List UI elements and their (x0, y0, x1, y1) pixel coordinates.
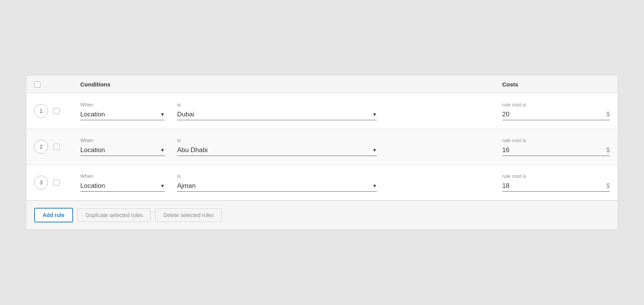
rule-cost-label: rule cost is (502, 102, 610, 108)
condition-type-arrow-icon: ▼ (160, 112, 165, 117)
condition-type-arrow-icon: ▼ (160, 183, 165, 189)
cost-value: 20 (502, 111, 603, 118)
rule-checkbox[interactable] (53, 108, 60, 114)
condition-type-value: Location (80, 111, 157, 118)
conditions-section: When Location ▼ is Abu Dhabi ▼ (80, 138, 502, 156)
costs-section: rule cost is 20 $ (502, 102, 610, 120)
conditions-section: When Location ▼ is Ajman ▼ (80, 173, 502, 192)
condition-value-select[interactable]: Ajman ▼ (177, 182, 377, 192)
rule-checkbox[interactable] (53, 179, 60, 186)
condition-type-value: Location (80, 182, 157, 190)
costs-section: rule cost is 16 $ (502, 138, 610, 156)
conditions-section: When Location ▼ is Dubai ▼ (80, 102, 502, 120)
is-label: is (177, 173, 377, 179)
table-header: Conditions Costs (27, 76, 617, 93)
duplicate-rules-button[interactable]: Duplicate selected rules (78, 208, 151, 222)
rule-number-area: 1 (34, 104, 80, 118)
when-field-group: When Location ▼ (80, 138, 165, 156)
header-checkbox-area (34, 81, 80, 88)
condition-value-select[interactable]: Dubai ▼ (177, 111, 377, 120)
footer-actions: Add rule Duplicate selected rules Delete… (27, 201, 617, 229)
costs-header: Costs (502, 81, 610, 88)
condition-value-text: Abu Dhabi (177, 146, 369, 154)
condition-type-select[interactable]: Location ▼ (80, 111, 165, 120)
when-field-group: When Location ▼ (80, 173, 165, 192)
rule-cost-label: rule cost is (502, 173, 610, 179)
is-label: is (177, 102, 377, 108)
rule-number: 1 (34, 104, 48, 118)
rule-number-area: 3 (34, 176, 80, 189)
table-row: 1 When Location ▼ is Dubai ▼ rule cost i… (27, 93, 617, 129)
when-label: When (80, 138, 165, 143)
cost-currency: $ (606, 147, 610, 154)
rule-cost-label: rule cost is (502, 138, 610, 143)
rule-checkbox[interactable] (53, 144, 60, 150)
rules-table: Conditions Costs 1 When Location ▼ is Du… (26, 75, 618, 230)
condition-value-text: Dubai (177, 111, 369, 118)
condition-type-select[interactable]: Location ▼ (80, 146, 165, 156)
when-label: When (80, 102, 165, 108)
conditions-header: Conditions (80, 81, 502, 88)
table-row: 2 When Location ▼ is Abu Dhabi ▼ rule co… (27, 129, 617, 165)
cost-currency: $ (606, 182, 610, 189)
is-label: is (177, 138, 377, 143)
add-rule-button[interactable]: Add rule (34, 208, 73, 222)
cost-input[interactable]: 18 $ (502, 182, 610, 192)
when-label: When (80, 173, 165, 179)
rule-number: 3 (34, 176, 48, 189)
condition-value-arrow-icon: ▼ (372, 183, 377, 189)
table-row: 3 When Location ▼ is Ajman ▼ rule cost i… (27, 165, 617, 201)
cost-input[interactable]: 16 $ (502, 146, 610, 156)
delete-rules-button[interactable]: Delete selected rules (155, 208, 222, 222)
rule-number: 2 (34, 140, 48, 154)
when-field-group: When Location ▼ (80, 102, 165, 120)
condition-type-value: Location (80, 146, 157, 154)
costs-section: rule cost is 18 $ (502, 173, 610, 192)
is-field-group: is Abu Dhabi ▼ (177, 138, 377, 156)
rules-container: 1 When Location ▼ is Dubai ▼ rule cost i… (27, 93, 617, 201)
condition-value-select[interactable]: Abu Dhabi ▼ (177, 146, 377, 156)
select-all-checkbox[interactable] (34, 81, 40, 88)
condition-type-arrow-icon: ▼ (160, 148, 165, 153)
rule-number-area: 2 (34, 140, 80, 154)
cost-currency: $ (606, 111, 610, 118)
cost-value: 16 (502, 146, 603, 154)
condition-type-select[interactable]: Location ▼ (80, 182, 165, 192)
is-field-group: is Dubai ▼ (177, 102, 377, 120)
condition-value-arrow-icon: ▼ (372, 148, 377, 153)
cost-input[interactable]: 20 $ (502, 111, 610, 120)
is-field-group: is Ajman ▼ (177, 173, 377, 192)
condition-value-text: Ajman (177, 182, 369, 190)
condition-value-arrow-icon: ▼ (372, 112, 377, 117)
cost-value: 18 (502, 182, 603, 190)
